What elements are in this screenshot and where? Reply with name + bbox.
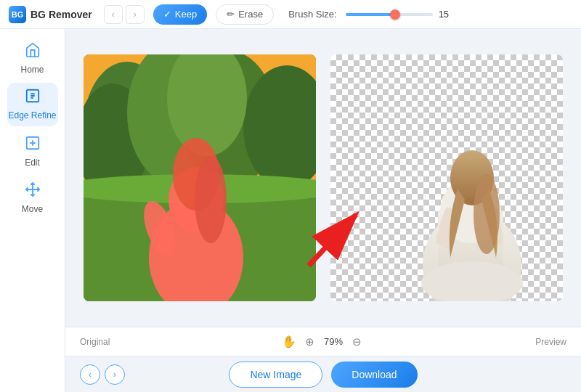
brush-size-label: Brush Size: [288,9,336,20]
original-label: Original [80,337,110,347]
svg-point-14 [195,156,227,243]
sidebar-item-move[interactable]: Move [7,176,58,219]
canvas-area [65,29,581,327]
edit-icon [25,135,41,155]
title-bar: BG BG Remover ‹ › ✓ Keep ✏ Erase Brush S… [0,0,581,29]
preview-label: Preview [535,337,566,347]
sidebar-label-edge-refine: Edge Refine [8,110,56,121]
svg-line-23 [309,215,356,266]
edge-refine-icon [25,88,41,107]
brush-slider-container: 15 [346,9,453,20]
sidebar-label-move: Move [22,204,43,214]
red-arrow-container [301,200,374,276]
sidebar-item-edge-refine[interactable]: Edge Refine [7,83,58,126]
main-layout: Home Edge Refine Edit [0,29,581,392]
keep-button[interactable]: ✓ Keep [153,4,207,25]
hand-tool-icon[interactable]: ✋ [282,335,296,348]
nav-forward-button[interactable]: › [126,5,145,24]
page-next-button[interactable]: › [105,364,125,385]
content-area: Original ✋ ⊕ 79% ⊖ Preview ‹ › New Image… [65,29,581,392]
brush-slider-thumb [390,9,400,20]
red-arrow-icon [301,200,374,273]
zoom-in-icon[interactable]: ⊕ [302,334,318,350]
zoom-out-icon[interactable]: ⊖ [349,334,365,350]
nav-back-button[interactable]: ‹ [104,5,123,24]
page-navigation: ‹ › [80,364,125,385]
erase-icon: ✏ [227,9,235,20]
original-image-panel [84,54,316,301]
download-button[interactable]: Download [331,362,417,388]
sidebar-label-home: Home [20,65,44,75]
status-bar: Original ✋ ⊕ 79% ⊖ Preview [65,327,581,356]
brush-value: 15 [439,9,453,20]
sidebar-item-home[interactable]: Home [7,36,58,80]
zoom-controls: ✋ ⊕ 79% ⊖ [282,334,365,350]
original-image [84,54,316,301]
nav-arrows: ‹ › [104,5,145,24]
svg-point-21 [474,174,500,254]
new-image-button[interactable]: New Image [229,362,322,388]
home-icon [25,42,41,62]
move-icon [25,181,41,201]
logo-icon: BG [9,6,26,23]
sidebar: Home Edge Refine Edit [0,29,65,392]
bottom-bar: ‹ › New Image Download [65,356,581,392]
app-logo: BG BG Remover [9,6,92,23]
page-prev-button[interactable]: ‹ [80,364,100,385]
sidebar-item-edit[interactable]: Edit [7,129,58,173]
app-title: BG Remover [31,9,92,20]
sidebar-label-edit: Edit [25,158,40,168]
erase-button[interactable]: ✏ Erase [216,4,274,25]
keep-checkmark-icon: ✓ [163,9,171,20]
brush-slider[interactable] [346,13,433,16]
zoom-percent: 79% [324,336,343,347]
